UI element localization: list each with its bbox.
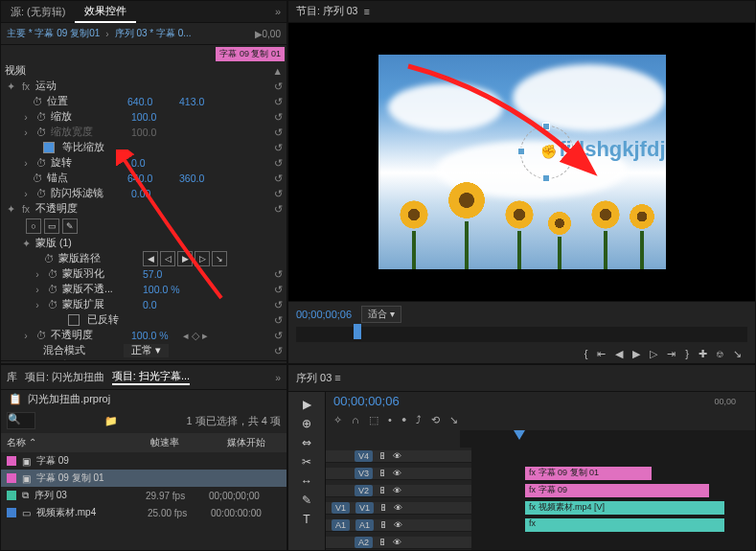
col-name[interactable]: 名称 ⌃ (7, 436, 131, 449)
transport-button-5[interactable]: ⇥ (667, 348, 676, 360)
track-lane[interactable]: fx 字幕 09 (471, 482, 755, 500)
track-header[interactable]: A2🎚👁 (326, 537, 471, 549)
playhead-icon[interactable] (514, 430, 525, 446)
tab-library[interactable]: 库 (7, 371, 17, 384)
panel-menu-icon[interactable]: » (269, 6, 286, 17)
track-toggle-icon[interactable]: 🎚 (379, 520, 388, 530)
track-patch[interactable]: A1 (332, 519, 350, 531)
label-chip[interactable] (7, 456, 16, 466)
eye-icon[interactable]: 👁 (393, 451, 401, 461)
eye-icon[interactable]: 👁 (393, 538, 401, 547)
timeline-tool-3[interactable]: ✂ (302, 455, 311, 469)
track-header[interactable]: V3🎚👁 (326, 468, 471, 480)
project-item[interactable]: ▣字幕 09 (1, 452, 286, 470)
timeline-tool-2[interactable]: ⇔ (302, 436, 311, 449)
track-header[interactable]: V4🎚👁 (326, 450, 471, 463)
track-header[interactable]: V2🎚👁 (326, 485, 471, 497)
tab-project-1[interactable]: 项目: 闪光加扭曲 (25, 371, 104, 384)
track-lane[interactable]: fx 视频素材.mp4 [V] (471, 499, 755, 517)
clip-sequence-label[interactable]: 序列 03 * 字幕 0... (115, 27, 192, 40)
clip-master-label[interactable]: 主要 * 字幕 09 复制01 (7, 27, 100, 40)
tab-project-2[interactable]: 项目: 扫光字幕... (112, 369, 190, 385)
program-timecode[interactable]: 00;00;00;06 (296, 309, 352, 320)
transport-button-0[interactable]: { (584, 348, 588, 360)
track-header[interactable]: A1A1🎚👁 (326, 519, 471, 532)
timeline-option-1[interactable]: ∩ (352, 414, 359, 426)
label-chip[interactable] (7, 508, 16, 517)
col-framerate[interactable]: 帧速率 (150, 436, 208, 449)
program-monitor[interactable]: fjdshgkjfdj ✊ (288, 23, 755, 301)
position-y[interactable]: 413.0 (179, 96, 227, 107)
transport-button-4[interactable]: ▷ (650, 348, 657, 360)
track-target[interactable]: A2 (355, 537, 373, 548)
video-group[interactable]: 视频 (5, 64, 269, 78)
transport-button-9[interactable]: ↘ (733, 348, 742, 360)
stopwatch-icon[interactable]: ⏱ (32, 96, 43, 107)
transport-button-2[interactable]: ◀ (615, 348, 623, 360)
track-patch[interactable]: V1 (332, 502, 350, 514)
opacity-value[interactable]: 100.0 % (131, 330, 179, 341)
position-x[interactable]: 640.0 (127, 96, 175, 107)
track-toggle-icon[interactable]: 🎚 (378, 451, 387, 461)
panel-menu-icon[interactable]: » (275, 372, 281, 383)
toggle-fx-icon[interactable]: ✦ (5, 80, 16, 92)
mask-1[interactable]: 蒙版 (1) (35, 237, 112, 250)
label-chip[interactable] (7, 491, 16, 500)
timeline-option-5[interactable]: ⤴ (416, 414, 422, 426)
track-target[interactable]: V3 (355, 468, 373, 479)
track-target[interactable]: A1 (355, 519, 374, 531)
eye-icon[interactable]: 👁 (393, 486, 401, 495)
mask-ellipse-icon[interactable]: ○ (26, 218, 41, 234)
project-search-input[interactable]: 🔍 (7, 412, 35, 429)
panel-menu-icon[interactable]: ≡ (363, 6, 369, 17)
track-toggle-icon[interactable]: 🎚 (378, 486, 387, 495)
eye-icon[interactable]: 👁 (394, 503, 402, 513)
motion-group[interactable]: 运动 (35, 80, 112, 93)
timeline-tool-4[interactable]: ↔ (301, 474, 312, 488)
transport-button-6[interactable]: } (685, 348, 689, 360)
timeline-tool-1[interactable]: ⊕ (302, 417, 311, 430)
col-media-start[interactable]: 媒体开始 (227, 436, 265, 449)
timeline-tool-5[interactable]: ✎ (302, 494, 311, 507)
track-target[interactable]: V4 (355, 450, 373, 462)
track-lane[interactable] (471, 534, 755, 552)
blend-mode-select[interactable]: 正常 ▾ (124, 344, 169, 357)
timeline-option-3[interactable]: • (388, 414, 392, 426)
bin-icon[interactable]: 📋 (9, 393, 22, 405)
track-toggle-icon[interactable]: 🎚 (379, 503, 388, 513)
up-icon[interactable]: ▲ (273, 65, 283, 77)
folder-icon[interactable]: 📁 (104, 415, 118, 427)
mask-invert-checkbox[interactable] (68, 314, 80, 326)
timeline-clip[interactable]: fx 视频素材.mp4 [V] (525, 501, 724, 515)
track-target[interactable]: V1 (355, 502, 374, 514)
track-toggle-icon[interactable]: 🎚 (378, 538, 387, 547)
tab-effect-controls[interactable]: 效果控件 (75, 1, 136, 23)
reset-icon[interactable]: ↺ (274, 80, 283, 92)
transport-button-1[interactable]: ⇤ (597, 348, 606, 360)
transport-button-7[interactable]: ✚ (699, 348, 707, 360)
timeline-option-0[interactable]: ✧ (333, 414, 342, 426)
track-header[interactable]: V1V1🎚👁 (326, 502, 471, 515)
eye-icon[interactable]: 👁 (394, 520, 402, 530)
track-target[interactable]: V2 (355, 485, 373, 496)
opacity-group[interactable]: 不透明度 (35, 202, 112, 216)
timeline-timecode[interactable]: 00;00;00;06 (326, 392, 407, 410)
uniform-scale-checkbox[interactable] (43, 142, 55, 153)
timeline-clip[interactable]: fx 字幕 09 (525, 484, 709, 497)
timeline-tool-6[interactable]: T (303, 513, 309, 526)
transport-button-8[interactable]: ⎊ (717, 348, 723, 360)
timeline-ruler[interactable] (460, 430, 755, 448)
scale-value[interactable]: 100.0 (131, 111, 179, 123)
timeline-clip[interactable]: fx (525, 518, 724, 532)
program-scrubber[interactable] (296, 327, 747, 342)
timeline-option-4[interactable]: ꔷ (401, 414, 406, 426)
track-lane[interactable] (471, 448, 755, 466)
transport-button-3[interactable]: ▶ (632, 348, 640, 360)
timeline-option-2[interactable]: ⬚ (369, 414, 378, 426)
track-lane[interactable]: fx (471, 517, 755, 535)
time-remap-group[interactable]: 时间重映射 (35, 359, 112, 360)
timeline-clip[interactable]: fx 字幕 09 复制 01 (525, 467, 652, 480)
timeline-option-7[interactable]: ↘ (449, 414, 458, 426)
label-chip[interactable] (7, 473, 16, 483)
eye-icon[interactable]: 👁 (393, 469, 401, 478)
